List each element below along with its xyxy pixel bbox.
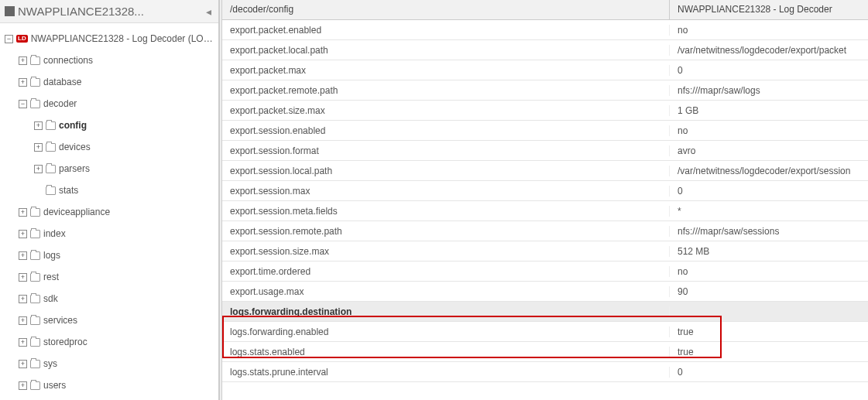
sidebar: NWAPPLIANCE21328... ◂ − LD NWAPPLIANCE21… (0, 0, 219, 400)
tree-node-label: database (43, 77, 81, 87)
config-row[interactable]: export.time.orderedno (222, 262, 868, 282)
config-row[interactable]: export.session.local.path/var/netwitness… (222, 161, 868, 181)
tree-node-rest[interactable]: +rest (0, 266, 218, 288)
config-value[interactable]: /var/netwitness/logdecoder/export/sessio… (670, 166, 868, 176)
config-value[interactable]: 512 MB (670, 246, 868, 257)
config-value[interactable]: 0 (670, 65, 868, 76)
config-row[interactable]: export.session.enabledno (222, 121, 868, 141)
config-value[interactable]: no (670, 25, 868, 36)
config-value[interactable]: * (670, 206, 868, 217)
config-row[interactable]: export.usage.max90 (222, 282, 868, 302)
config-value[interactable]: 0 (670, 367, 868, 378)
config-key: export.usage.max (222, 286, 670, 297)
config-key: export.packet.local.path (222, 45, 670, 56)
config-key: export.session.remote.path (222, 226, 670, 237)
config-row[interactable]: logs.stats.prune.interval0 (222, 362, 868, 382)
folder-icon (30, 56, 40, 65)
config-row[interactable]: export.packet.size.max1 GB (222, 101, 868, 121)
toggle-icon[interactable]: − (5, 35, 13, 43)
tree-node-label: connections (43, 55, 93, 66)
table-body: export.packet.enablednoexport.packet.loc… (222, 20, 868, 400)
config-value[interactable]: 0 (670, 186, 868, 197)
column-header-path[interactable]: /decoder/config (222, 0, 670, 19)
config-row[interactable]: export.session.size.max512 MB (222, 241, 868, 262)
tree-node-deviceappliance[interactable]: +deviceappliance (0, 201, 218, 223)
folder-icon (46, 121, 56, 130)
folder-icon (30, 273, 40, 282)
toggle-icon[interactable]: − (19, 100, 27, 108)
tree-node-logs[interactable]: +logs (0, 244, 218, 266)
tree-node-label: rest (43, 272, 59, 282)
config-row[interactable]: export.packet.max0 (222, 60, 868, 80)
tree-root[interactable]: − LD NWAPPLIANCE21328 - Log Decoder (LOG… (0, 28, 218, 50)
toggle-icon[interactable]: + (34, 121, 43, 130)
config-value[interactable]: /var/netwitness/logdecoder/export/packet (670, 45, 868, 56)
tree-node-database[interactable]: +database (0, 71, 218, 93)
toggle-icon[interactable]: + (19, 78, 27, 87)
tree-node-devices[interactable]: +devices (0, 136, 218, 158)
toggle-icon[interactable]: + (19, 360, 27, 368)
config-value[interactable]: nfs:///mapr/saw/sessions (670, 226, 868, 237)
config-row[interactable]: export.session.meta.fields* (222, 201, 868, 221)
config-row[interactable]: export.session.remote.pathnfs:///mapr/sa… (222, 221, 868, 241)
tree-node-label: index (43, 228, 66, 239)
config-key: export.session.format (222, 145, 670, 156)
folder-icon (30, 230, 40, 238)
config-value[interactable]: no (670, 125, 868, 136)
toggle-icon (34, 186, 43, 195)
config-row[interactable]: export.packet.enabledno (222, 20, 868, 40)
toggle-icon[interactable]: + (19, 251, 27, 260)
tree-node-connections[interactable]: +connections (0, 50, 218, 71)
config-row[interactable]: logs.forwarding.enabledtrue (222, 322, 868, 342)
tree-node-index[interactable]: +index (0, 223, 218, 244)
config-row[interactable]: logs.forwarding.destination (222, 302, 868, 322)
config-value[interactable]: no (670, 266, 868, 277)
config-key: logs.forwarding.enabled (222, 326, 670, 337)
config-key: export.packet.max (222, 65, 670, 76)
toggle-icon[interactable]: + (19, 56, 27, 65)
tree-node-users[interactable]: +users (0, 374, 218, 396)
config-key: export.session.max (222, 186, 670, 197)
toggle-icon[interactable]: + (19, 316, 27, 325)
tree-node-config[interactable]: +config (0, 115, 218, 136)
toggle-icon[interactable]: + (19, 230, 27, 238)
tree-node-label: parsers (59, 163, 90, 174)
config-key: export.packet.enabled (222, 25, 670, 36)
tree-node-label: users (43, 380, 66, 391)
config-row[interactable]: logs.stats.enabledtrue (222, 342, 868, 362)
tree-node-parsers[interactable]: +parsers (0, 158, 218, 179)
tree-root-label: NWAPPLIANCE21328 - Log Decoder (LOG_... (31, 33, 218, 44)
config-value[interactable]: true (670, 326, 868, 337)
toggle-icon[interactable]: + (19, 338, 27, 347)
toggle-icon[interactable]: + (19, 208, 27, 217)
tree-node-storedproc[interactable]: +storedproc (0, 331, 218, 353)
folder-icon (30, 381, 40, 390)
config-key: export.packet.remote.path (222, 85, 670, 96)
folder-icon (30, 338, 40, 347)
config-value[interactable]: 90 (670, 286, 868, 297)
config-row[interactable]: export.session.formatavro (222, 141, 868, 161)
toggle-icon[interactable]: + (19, 273, 27, 282)
tree-node-sys[interactable]: +sys (0, 353, 218, 374)
tree-node-services[interactable]: +services (0, 309, 218, 331)
toggle-icon[interactable]: + (34, 143, 43, 152)
config-row[interactable]: export.packet.local.path/var/netwitness/… (222, 40, 868, 60)
tree-node-sdk[interactable]: +sdk (0, 288, 218, 309)
tree-node-label: config (59, 120, 87, 131)
folder-icon (30, 100, 40, 108)
toggle-icon[interactable]: + (19, 295, 27, 303)
tree-node-decoder[interactable]: −decoder (0, 93, 218, 115)
config-value[interactable]: avro (670, 145, 868, 156)
column-header-source[interactable]: NWAPPLIANCE21328 - Log Decoder (670, 0, 868, 19)
config-row[interactable]: export.packet.remote.pathnfs:///mapr/saw… (222, 80, 868, 101)
config-value[interactable]: nfs:///mapr/saw/logs (670, 85, 868, 96)
toggle-icon[interactable]: + (19, 381, 27, 390)
config-value[interactable]: 1 GB (670, 105, 868, 116)
folder-icon (30, 295, 40, 303)
tree-node-stats[interactable]: stats (0, 179, 218, 201)
collapse-icon[interactable]: ◂ (203, 5, 214, 18)
config-value[interactable]: true (670, 347, 868, 357)
folder-icon (30, 316, 40, 325)
config-row[interactable]: export.session.max0 (222, 181, 868, 201)
toggle-icon[interactable]: + (34, 165, 43, 173)
